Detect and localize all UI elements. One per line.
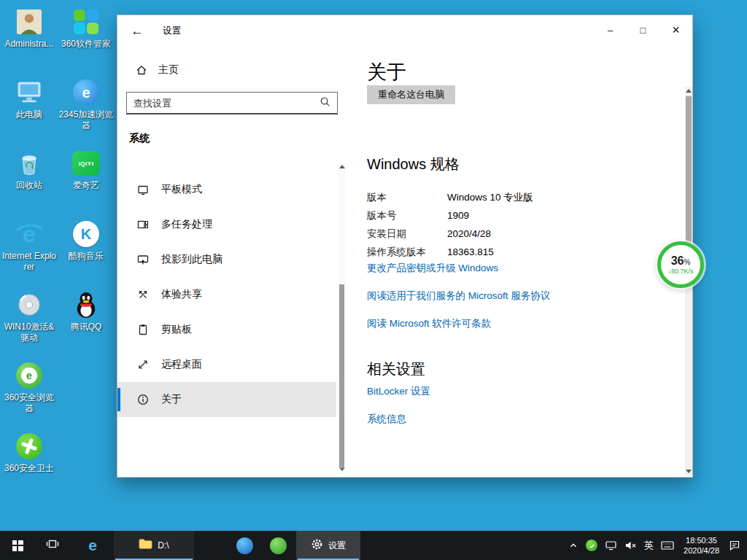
desktop-icon-kugou-music[interactable]: K 酷狗音乐 xyxy=(58,215,115,286)
desktop-icon-2345-browser[interactable]: e 2345加速浏览器 xyxy=(58,74,115,144)
nav-item-about[interactable]: 关于 xyxy=(117,382,336,417)
360-shield-icon xyxy=(586,540,597,551)
content-scroll-thumb[interactable] xyxy=(686,96,692,248)
spec-value: Windows 10 专业版 xyxy=(447,191,533,204)
desktop-icon-360-safe-browser[interactable]: e 360安全浏览器 xyxy=(1,357,58,427)
back-button[interactable]: ← xyxy=(125,20,150,42)
search-icon[interactable] xyxy=(320,96,330,110)
touch-keyboard-button[interactable] xyxy=(657,531,678,560)
desktop-icon-this-pc[interactable]: 此电脑 xyxy=(1,74,58,144)
desktop-icon-win10-activation[interactable]: WIN10激活&驱动 xyxy=(1,286,58,357)
nav-home[interactable]: 主页 xyxy=(135,63,179,77)
nav-item-clipboard[interactable]: 剪贴板 xyxy=(117,312,336,347)
spec-label: 操作系统版本 xyxy=(367,246,447,259)
desktop-icon-label: 2345加速浏览器 xyxy=(58,109,114,131)
desktop-icon-iqiyi[interactable]: iQIYI 爱奇艺 xyxy=(58,144,115,215)
nav-item-project-to-pc[interactable]: 投影到此电脑 xyxy=(117,242,336,277)
clock-date: 2020/4/28 xyxy=(684,545,719,556)
recycle-bin-icon xyxy=(14,149,44,178)
2345-browser-icon xyxy=(236,537,253,554)
task-view-button[interactable] xyxy=(35,531,70,560)
desktop-icon-internet-explorer[interactable]: e Internet Explorer xyxy=(1,215,58,286)
spec-row: 版本 Windows 10 专业版 xyxy=(367,188,533,206)
win10-activation-disc-icon xyxy=(14,290,44,319)
input-method-label: 英 xyxy=(644,539,654,552)
desktop-icon-label: 360安全浏览器 xyxy=(1,392,57,414)
settings-nav-pane: 主页 系统 平板模式 xyxy=(117,49,347,477)
desktop-icon-360-safe-guard[interactable]: 360安全卫士 xyxy=(1,427,58,498)
nav-item-label: 剪贴板 xyxy=(161,323,192,336)
spec-value: 18363.815 xyxy=(447,246,494,257)
clock-time: 18:50:35 xyxy=(686,535,717,545)
nav-item-multitasking[interactable]: 多任务处理 xyxy=(117,207,336,242)
tray-360-icon[interactable] xyxy=(582,531,601,560)
tray-network-icon[interactable] xyxy=(601,531,621,560)
memory-percent: 36% xyxy=(671,255,691,267)
taskbar-2345-browser-button[interactable] xyxy=(228,531,261,560)
taskbar-ie-button[interactable]: e xyxy=(76,531,109,560)
nav-item-remote-desktop[interactable]: 远程桌面 xyxy=(117,347,336,382)
spec-label: 版本 xyxy=(367,191,447,204)
maximize-button[interactable]: □ xyxy=(627,15,659,44)
spec-table: 版本 Windows 10 专业版 版本号 1909 安装日期 2020/4/2… xyxy=(367,188,533,261)
speaker-muted-icon xyxy=(624,540,637,551)
nav-item-shared-experiences[interactable]: 体验共享 xyxy=(117,277,336,312)
close-button[interactable]: × xyxy=(659,15,692,44)
services-agreement-link[interactable]: 阅读适用于我们服务的 Microsoft 服务协议 xyxy=(367,289,550,303)
desktop-icon-360-software-manager[interactable]: 360软件管家 xyxy=(58,3,115,74)
keyboard-icon xyxy=(661,540,674,551)
taskbar: e D:\ 设置 xyxy=(0,531,747,560)
scroll-down-icon[interactable] xyxy=(686,470,692,473)
desktop-icon-label: Administra... xyxy=(5,39,54,50)
360-safe-guard-icon xyxy=(14,432,44,461)
gear-icon xyxy=(311,538,323,553)
taskbar-settings-button[interactable]: 设置 xyxy=(296,531,360,560)
system-tray: 英 18:50:35 2020/4/28 xyxy=(565,531,747,560)
action-center-icon xyxy=(729,540,740,551)
360-speed-float-ball[interactable]: 36% ↓80.7K/s xyxy=(657,241,704,288)
taskbar-clock[interactable]: 18:50:35 2020/4/28 xyxy=(678,531,725,560)
rename-pc-button[interactable]: 重命名这台电脑 xyxy=(367,85,455,104)
desktop-icon-recycle-bin[interactable]: 回收站 xyxy=(1,144,58,215)
home-icon xyxy=(135,64,147,77)
taskbar-explorer-button[interactable]: D:\ xyxy=(114,531,194,560)
nav-list: 平板模式 多任务处理 投影到此电脑 xyxy=(117,172,336,417)
license-terms-link[interactable]: 阅读 Microsoft 软件许可条款 xyxy=(367,317,491,330)
window-body: 主页 系统 平板模式 xyxy=(117,49,692,477)
bitlocker-settings-link[interactable]: BitLocker 设置 xyxy=(367,385,430,398)
about-info-icon xyxy=(136,394,149,406)
scroll-up-icon[interactable] xyxy=(339,165,345,168)
start-button[interactable] xyxy=(0,531,35,560)
desktop-icon-column-2: 360软件管家 e 2345加速浏览器 iQIYI 爱奇艺 K 酷狗音乐 腾讯Q… xyxy=(58,3,115,357)
network-icon xyxy=(605,540,617,551)
desktop-icon-column-1: Administra... 此电脑 回收站 e Internet Explore… xyxy=(1,3,58,498)
tray-expand-button[interactable] xyxy=(565,531,582,560)
2345-browser-icon: e xyxy=(71,78,101,107)
page-title: 关于 xyxy=(367,59,406,85)
system-info-link[interactable]: 系统信息 xyxy=(367,413,406,426)
360-software-manager-icon xyxy=(71,7,101,36)
action-center-button[interactable] xyxy=(725,531,744,560)
scroll-up-icon[interactable] xyxy=(686,89,692,93)
minimize-button[interactable]: – xyxy=(594,15,627,44)
nav-item-tablet-mode[interactable]: 平板模式 xyxy=(117,172,336,207)
settings-content-pane: 关于 重命名这台电脑 Windows 规格 版本 Windows 10 专业版 … xyxy=(347,49,692,477)
download-speed: ↓80.7K/s xyxy=(667,268,693,275)
nav-scroll-track[interactable] xyxy=(338,171,345,465)
internet-explorer-icon: e xyxy=(14,219,44,249)
nav-section-label: 系统 xyxy=(129,132,150,145)
input-method-indicator[interactable]: 英 xyxy=(640,531,657,560)
spec-row: 安装日期 2020/4/28 xyxy=(367,225,533,243)
settings-search-input[interactable] xyxy=(133,98,320,109)
tray-volume-muted-icon[interactable] xyxy=(621,531,640,560)
nav-item-label: 平板模式 xyxy=(161,183,202,196)
nav-scrollbar[interactable] xyxy=(338,163,345,473)
desktop-icon-tencent-qq[interactable]: 腾讯QQ xyxy=(58,286,115,357)
iqiyi-icon: iQIYI xyxy=(71,149,101,178)
desktop-icon-label: 腾讯QQ xyxy=(71,322,102,332)
nav-scroll-thumb[interactable] xyxy=(339,284,344,468)
change-product-key-link[interactable]: 更改产品密钥或升级 Windows xyxy=(367,262,498,275)
desktop-icon-administrator[interactable]: Administra... xyxy=(1,3,58,74)
taskbar-360-browser-button[interactable] xyxy=(261,531,295,560)
titlebar: ← 设置 – □ × xyxy=(117,15,692,49)
